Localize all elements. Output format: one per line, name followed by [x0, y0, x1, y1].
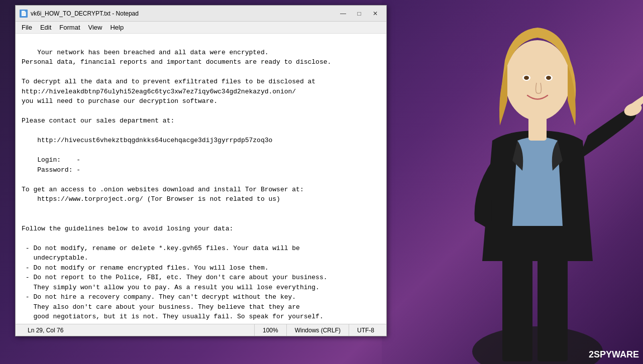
text-content[interactable]: Your network has been breached and all d…	[16, 34, 386, 324]
ransom-note-text: Your network has been breached and all d…	[22, 49, 331, 324]
watermark-prefix: 2	[589, 349, 594, 359]
notepad-window: 📄 vk6i_HOW_TO_DECRYPT.txt - Notepad — □ …	[15, 5, 387, 336]
close-button[interactable]: ✕	[368, 8, 382, 19]
status-encoding: UTF-8	[349, 324, 382, 336]
maximize-button[interactable]: □	[352, 8, 366, 19]
menu-format[interactable]: Format	[55, 23, 84, 32]
line-ending-text: Windows (CRLF)	[295, 327, 341, 334]
svg-point-8	[524, 76, 529, 80]
svg-rect-3	[538, 251, 568, 361]
watermark-brand: SPYWARE	[594, 349, 639, 359]
menu-view[interactable]: View	[84, 23, 106, 32]
svg-point-4	[505, 40, 570, 120]
window-title: vk6i_HOW_TO_DECRYPT.txt - Notepad	[31, 10, 336, 17]
minimize-button[interactable]: —	[336, 8, 350, 19]
title-bar: 📄 vk6i_HOW_TO_DECRYPT.txt - Notepad — □ …	[16, 6, 386, 22]
person-image	[382, 0, 643, 364]
zoom-text: 100%	[263, 327, 278, 334]
status-line-col: Ln 29, Col 76	[20, 324, 255, 336]
status-bar: Ln 29, Col 76 100% Windows (CRLF) UTF-8	[16, 324, 386, 336]
svg-rect-2	[502, 251, 532, 361]
status-line-ending: Windows (CRLF)	[287, 324, 349, 336]
line-col-text: Ln 29, Col 76	[28, 327, 63, 334]
menu-file[interactable]: File	[18, 23, 36, 32]
menu-edit[interactable]: Edit	[36, 23, 55, 32]
svg-rect-5	[528, 115, 547, 141]
notepad-icon: 📄	[20, 10, 28, 18]
encoding-text: UTF-8	[357, 327, 374, 334]
watermark: 2SPYWARE	[589, 349, 639, 360]
svg-point-9	[546, 76, 551, 80]
window-controls: — □ ✕	[336, 8, 382, 19]
status-zoom: 100%	[255, 324, 287, 336]
menu-bar: File Edit Format View Help	[16, 22, 386, 34]
menu-help[interactable]: Help	[106, 23, 128, 32]
